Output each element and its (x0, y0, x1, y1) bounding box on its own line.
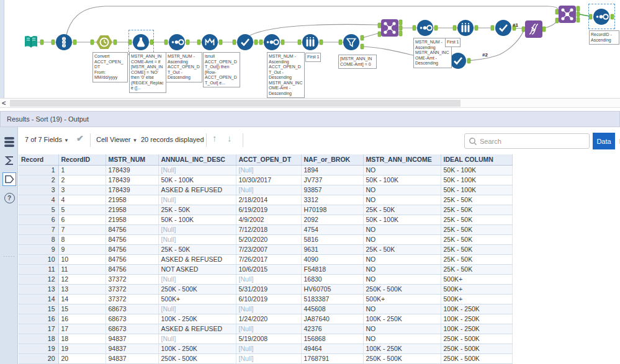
annotation-sample2[interactable]: First 1 (445, 38, 461, 47)
table-cell[interactable]: H70198 (301, 205, 363, 215)
table-cell[interactable]: 20 (58, 353, 106, 363)
sort-tool-2[interactable] (264, 34, 280, 53)
table-row[interactable]: 202094837250K - 500K[Null]1768791250K - … (19, 353, 512, 363)
table-cell[interactable]: 1 (58, 165, 106, 175)
table-cell[interactable]: 37372 (106, 274, 158, 284)
row-number-cell[interactable]: 2 (19, 175, 58, 185)
row-number-cell[interactable]: 9 (19, 244, 58, 254)
table-cell[interactable]: 84756 (106, 254, 158, 264)
table-cell[interactable]: 7/23/2007 (236, 244, 301, 254)
table-cell[interactable]: 7/12/2018 (236, 224, 301, 234)
table-cell[interactable]: 4090 (301, 254, 363, 264)
table-cell[interactable]: [Null] (158, 224, 236, 234)
table-cell[interactable]: 500K+ (441, 294, 512, 304)
table-row[interactable]: 191994837100K - 250K[Null]49464100K - 25… (19, 344, 512, 353)
row-number-cell[interactable]: 17 (19, 324, 58, 334)
table-row[interactable]: 998475625K - 50K7/23/2007963125K - 50K25… (19, 244, 512, 254)
table-row[interactable]: 552195825K - 50K6/19/2019H7019825K - 50K… (19, 205, 512, 215)
table-cell[interactable]: 250K - 500K (441, 334, 512, 344)
table-cell[interactable]: HV60705 (301, 284, 363, 294)
table-cell[interactable]: [Null] (236, 344, 301, 353)
table-cell[interactable]: [Null] (158, 304, 236, 314)
scrollbar-thumb[interactable] (10, 100, 461, 107)
table-cell[interactable]: 21958 (106, 205, 158, 215)
table-cell[interactable]: 25K - 50K (441, 254, 512, 264)
table-cell[interactable]: 94837 (106, 353, 158, 363)
join-tool-1[interactable] (381, 19, 398, 39)
table-cell[interactable]: 4/9/2002 (236, 215, 301, 224)
table-cell[interactable]: 18 (58, 334, 106, 344)
table-cell[interactable]: 68673 (106, 324, 158, 334)
table-cell[interactable]: 8 (58, 234, 106, 244)
arrow-up-icon[interactable]: ↑ (212, 133, 217, 143)
table-cell[interactable]: 84756 (106, 234, 158, 244)
table-cell[interactable]: 5816 (301, 234, 363, 244)
table-cell[interactable]: 100K - 250K (158, 314, 236, 324)
table-cell[interactable]: 4 (58, 195, 106, 205)
table-cell[interactable]: 445608 (301, 304, 363, 314)
table-cell[interactable]: 250K - 500K (441, 353, 512, 363)
table-cell[interactable]: 156868 (301, 334, 363, 344)
row-number-cell[interactable]: 11 (19, 264, 58, 274)
row-number-cell[interactable]: 13 (19, 284, 58, 294)
table-row[interactable]: 662195850K - 100K4/9/2002209250K - 100K2… (19, 215, 512, 224)
table-cell[interactable]: 7 (58, 224, 106, 234)
table-cell[interactable]: JA87640 (301, 314, 363, 324)
row-number-cell[interactable]: 7 (19, 224, 58, 234)
table-cell[interactable]: 17 (58, 324, 106, 334)
table-cell[interactable]: 5/19/2008 (236, 334, 301, 344)
table-cell[interactable]: 94837 (106, 334, 158, 344)
sample-tool-2[interactable] (457, 20, 474, 38)
table-row[interactable]: 7784756[Null]7/12/20184754NO25K - 50K (19, 224, 512, 234)
table-cell[interactable]: 25K - 50K (363, 205, 441, 215)
arrow-down-icon[interactable]: ↓ (227, 133, 232, 143)
table-cell[interactable]: 50K - 100K (441, 175, 512, 185)
table-cell[interactable]: 21958 (106, 215, 158, 224)
canvas-horizontal-scrollbar[interactable]: < (0, 98, 620, 108)
table-row[interactable]: 151568673[Null][Null]445608NO100K - 250K (19, 304, 512, 314)
datetime-tool[interactable] (96, 34, 112, 53)
annotation-filter[interactable]: [MSTR_ANN_INCOME-Amt] = 0 (338, 55, 377, 69)
row-number-cell[interactable]: 4 (19, 195, 58, 205)
table-row[interactable]: 101084756ASKED & REFUSED7/26/20174090NO2… (19, 254, 512, 264)
table-cell[interactable]: NO (363, 324, 441, 334)
table-cell[interactable]: 6/10/2019 (236, 294, 301, 304)
table-cell[interactable]: [Null] (236, 185, 301, 195)
record-id-tool[interactable]: 1 2 3 (56, 34, 72, 53)
table-cell[interactable]: [Null] (236, 304, 301, 314)
table-cell[interactable]: 100K - 250K (363, 314, 441, 324)
table-row[interactable]: 33178439ASKED & REFUSED[Null]93857NO50K … (19, 185, 512, 195)
table-cell[interactable]: 50K - 100K (363, 215, 441, 224)
row-number-cell[interactable]: 6 (19, 215, 58, 224)
table-cell[interactable]: NO (363, 185, 441, 195)
table-cell[interactable]: 100K - 250K (363, 344, 441, 353)
table-cell[interactable]: 1894 (301, 165, 363, 175)
table-cell[interactable]: 50K - 100K (363, 175, 441, 185)
table-row[interactable]: 2217843950K - 100K10/30/2017JV73750K - 1… (19, 175, 512, 185)
input-data-tool[interactable] (23, 34, 39, 53)
annotation-multirow[interactable]: isnull ACCT_OPEN_DT_Out]) then [Row-ACCT… (203, 52, 240, 87)
table-cell[interactable]: 10/30/2017 (236, 175, 301, 185)
table-cell[interactable]: NO (363, 334, 441, 344)
column-header[interactable]: MSTR_NUM (106, 154, 158, 165)
table-cell[interactable]: JV737 (301, 175, 363, 185)
table-cell[interactable]: 100K - 250K (441, 314, 512, 324)
results-title-bar[interactable]: Results - Sort (19) - Output (0, 111, 620, 127)
table-cell[interactable]: 50K - 100K (441, 185, 512, 195)
sort-tool-3[interactable] (417, 20, 433, 38)
table-cell[interactable]: 84756 (106, 224, 158, 234)
row-number-cell[interactable]: 15 (19, 304, 58, 314)
table-cell[interactable]: NO (363, 274, 441, 284)
table-cell[interactable]: 25K - 50K (441, 195, 512, 205)
table-cell[interactable]: NO (363, 224, 441, 234)
table-cell[interactable]: 25K - 50K (158, 205, 236, 215)
table-cell[interactable]: 42376 (301, 324, 363, 334)
table-cell[interactable]: 500K+ (158, 294, 236, 304)
multi-row-formula-tool[interactable] (202, 34, 218, 53)
table-cell[interactable]: [Null] (236, 165, 301, 175)
row-number-cell[interactable]: 20 (19, 353, 58, 363)
table-cell[interactable]: 7/26/2017 (236, 254, 301, 264)
row-number-cell[interactable]: 5 (19, 205, 58, 215)
table-cell[interactable]: 50K - 100K (158, 175, 236, 185)
table-cell[interactable]: 25K - 50K (363, 244, 441, 254)
